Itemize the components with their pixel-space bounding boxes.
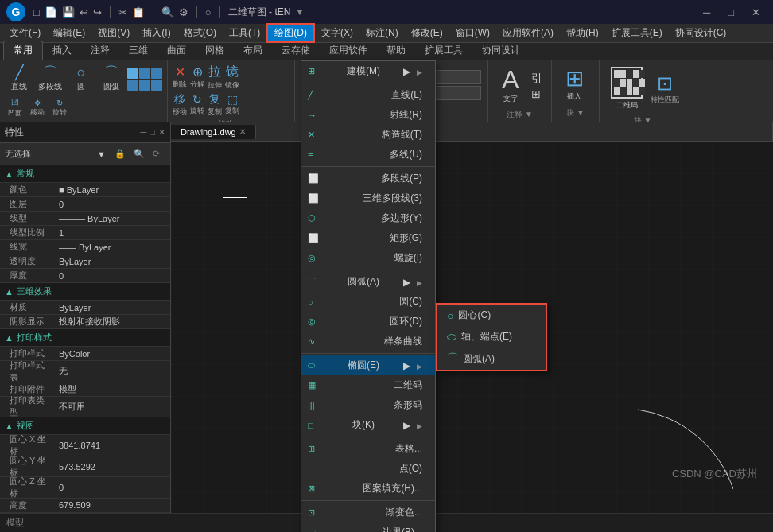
- menu-circle[interactable]: ○ 圆(C): [301, 292, 435, 312]
- menu-insert[interactable]: 插入(I): [136, 25, 177, 41]
- toolbar-icon6[interactable]: ⚙: [179, 6, 188, 18]
- menu-file[interactable]: 文件(F): [3, 25, 47, 41]
- ribbon-btn-move[interactable]: ✥ 移动: [27, 97, 48, 119]
- menu-draw[interactable]: 绘图(D): [266, 23, 315, 43]
- toolbar-icon3[interactable]: ✂: [118, 6, 127, 18]
- toolbar-open[interactable]: 📄: [45, 6, 57, 18]
- toolbar-icon5[interactable]: 🔍: [161, 6, 174, 18]
- toolbar-redo[interactable]: ↪: [93, 6, 102, 18]
- drawing-tab-1[interactable]: Drawing1.dwg ✕: [171, 125, 256, 139]
- ribbon-btn-line[interactable]: ╱ 直线: [5, 64, 33, 94]
- toolbar-undo[interactable]: ↩: [80, 6, 88, 18]
- ribbon-btn-circle[interactable]: ○ 圆: [67, 64, 95, 94]
- small-btn-6[interactable]: [151, 80, 162, 91]
- ribbon-btn-rotate[interactable]: ↻ 旋转: [49, 97, 70, 119]
- text-table-btn[interactable]: ⊞: [531, 87, 542, 100]
- menu-donut[interactable]: ◎ 圆环(D): [301, 312, 435, 332]
- menu-view[interactable]: 视图(V): [91, 25, 136, 41]
- props-min-btn[interactable]: ─: [141, 127, 147, 138]
- tab-mesh[interactable]: 网格: [196, 41, 234, 60]
- text-large-btn[interactable]: A 文字: [493, 64, 528, 107]
- tab-collab[interactable]: 协同设计: [472, 41, 530, 60]
- menu-edit[interactable]: 编辑(E): [47, 25, 91, 41]
- menu-extend[interactable]: 扩展工具(E): [605, 25, 669, 41]
- feature-match-btn[interactable]: ⊡ 特性匹配: [651, 72, 679, 105]
- small-btn-1[interactable]: [127, 68, 138, 79]
- ribbon-btn-arc[interactable]: ⌒ 圆弧: [97, 64, 126, 94]
- menu-window[interactable]: 窗口(W): [449, 25, 496, 41]
- menu-barcode[interactable]: ||| 条形码: [301, 395, 435, 415]
- toolbar-icon4[interactable]: 📋: [132, 6, 145, 18]
- menu-qrcode[interactable]: ▦ 二维码: [301, 375, 435, 395]
- qr-btn[interactable]: 二维码: [606, 64, 647, 114]
- tab-apps[interactable]: 应用软件: [320, 41, 377, 60]
- menu-line[interactable]: ╱ 直线(L): [301, 85, 435, 105]
- tab-common[interactable]: 常用: [3, 41, 43, 60]
- modify-mirror[interactable]: 镜 镜像: [225, 64, 239, 91]
- menu-modeling[interactable]: ⊞ 建模(M) ▶: [301, 61, 435, 81]
- menu-format[interactable]: 格式(O): [177, 25, 223, 41]
- modify-explode[interactable]: ⊕ 分解: [190, 64, 204, 90]
- menu-rectangle[interactable]: ⬜ 矩形(G): [301, 228, 435, 248]
- small-btn-4[interactable]: [127, 80, 138, 91]
- menu-multiline[interactable]: ≡ 多线(U): [301, 145, 435, 165]
- maximize-button[interactable]: □: [721, 5, 740, 20]
- menu-gradient[interactable]: ⊡ 渐变色...: [301, 503, 435, 522]
- toolbar-new[interactable]: □: [33, 6, 40, 18]
- text-style-btn[interactable]: 引: [531, 72, 542, 86]
- menu-point[interactable]: · 点(O): [301, 459, 435, 479]
- props-max-btn[interactable]: □: [150, 127, 155, 138]
- ribbon-btn-polyline[interactable]: ⌒ 多段线: [35, 64, 65, 94]
- menu-ellipse[interactable]: ⬭ 椭圆(E) ▶: [301, 355, 435, 375]
- ribbon-btn-凹凸[interactable]: 凹 凹面: [5, 95, 25, 120]
- modify-copy[interactable]: 复 复制: [208, 92, 222, 117]
- menu-collab[interactable]: 协同设计(C): [669, 25, 733, 41]
- menu-3dpolyline[interactable]: ⬜ 三维多段线(3): [301, 188, 435, 208]
- small-btn-3[interactable]: [151, 68, 162, 79]
- close-button[interactable]: ✕: [745, 5, 767, 20]
- menu-helix[interactable]: ◎ 螺旋(I): [301, 248, 435, 268]
- menu-construction[interactable]: ✕ 构造线(T): [301, 125, 435, 145]
- menu-table[interactable]: ⊞ 表格...: [301, 439, 435, 459]
- tab-extend[interactable]: 扩展工具: [415, 41, 472, 60]
- menu-arc[interactable]: ⌒ 圆弧(A) ▶: [301, 272, 435, 292]
- menu-polyline[interactable]: ⬜ 多段线(P): [301, 169, 435, 188]
- workspace-dropdown[interactable]: ▼: [295, 7, 304, 17]
- menu-polygon[interactable]: ⬡ 多边形(Y): [301, 208, 435, 228]
- section-3d[interactable]: ▲ 三维效果: [0, 283, 170, 301]
- minimize-button[interactable]: ─: [697, 5, 717, 20]
- tab-annotate[interactable]: 注释: [81, 41, 119, 60]
- ellipse-axis[interactable]: ⬭ 轴、端点(E): [437, 326, 546, 348]
- insert-large-btn[interactable]: ⊞ 插入: [557, 64, 592, 105]
- menu-help[interactable]: 帮助(H): [560, 25, 605, 41]
- small-btn-2[interactable]: [139, 68, 150, 79]
- ellipse-center[interactable]: ○ 圆心(C): [437, 305, 546, 326]
- menu-hatch[interactable]: ⊠ 图案填充(H)...: [301, 479, 435, 499]
- menu-boundary[interactable]: ⬚ 边界(B)...: [301, 522, 435, 532]
- modify-stretch[interactable]: 拉 拉伸: [208, 64, 222, 91]
- section-common[interactable]: ▲ 常规: [0, 165, 170, 183]
- tab-surface[interactable]: 曲面: [157, 41, 196, 60]
- modify-move[interactable]: 移 移动: [173, 92, 187, 117]
- tab-insert[interactable]: 插入: [43, 41, 81, 60]
- modify-delete[interactable]: ✕ 删除: [173, 64, 187, 90]
- toolbar-save[interactable]: 💾: [62, 6, 75, 18]
- section-print[interactable]: ▲ 打印样式: [0, 329, 170, 347]
- drawing-tab-close[interactable]: ✕: [239, 127, 246, 136]
- props-lock-btn[interactable]: 🔒: [112, 148, 128, 160]
- tab-3d[interactable]: 三维: [119, 41, 157, 60]
- menu-ray[interactable]: → 射线(R): [301, 105, 435, 125]
- menu-text[interactable]: 文字(X): [315, 25, 359, 41]
- props-close-btn[interactable]: ✕: [158, 127, 165, 138]
- menu-apps[interactable]: 应用软件(A): [496, 25, 560, 41]
- tab-layout[interactable]: 布局: [234, 41, 272, 60]
- menu-annotate[interactable]: 标注(N): [359, 25, 405, 41]
- ellipse-arc[interactable]: ⌒ 圆弧(A): [437, 348, 546, 370]
- tab-cloud[interactable]: 云存储: [272, 41, 320, 60]
- props-refresh-btn[interactable]: ⟳: [150, 148, 162, 160]
- menu-tools[interactable]: 工具(T): [223, 25, 266, 41]
- menu-block[interactable]: □ 块(K) ▶: [301, 415, 435, 435]
- menu-spline[interactable]: ∿ 样条曲线: [301, 332, 435, 351]
- modify-rotate[interactable]: ↻ 旋转: [190, 93, 204, 116]
- toolbar-icon7[interactable]: ○: [205, 6, 212, 18]
